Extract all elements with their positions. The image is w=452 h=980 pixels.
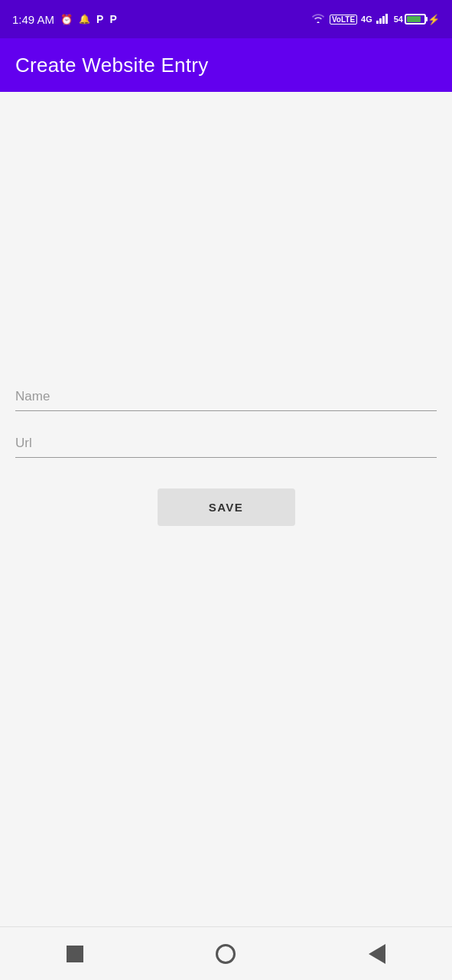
alarm-icon: ⏰ (60, 14, 73, 25)
page-title: Create Website Entry (15, 54, 209, 77)
signal-icon (376, 13, 390, 26)
recents-icon (67, 946, 83, 962)
app-icon-1: P (96, 13, 103, 25)
status-bar: 1:49 AM ⏰ 🔔 P P VoLTE 4G 54 (0, 0, 452, 38)
main-content: SAVE (0, 92, 452, 926)
app-bar: Create Website Entry (0, 38, 452, 92)
status-bar-left: 1:49 AM ⏰ 🔔 P P (12, 13, 117, 26)
nav-bar (0, 926, 452, 980)
url-field-container (15, 430, 437, 458)
nav-back-button[interactable] (353, 936, 401, 972)
nav-recents-button[interactable] (51, 938, 99, 970)
save-button[interactable]: SAVE (158, 488, 295, 526)
svg-rect-2 (382, 16, 385, 24)
name-input[interactable] (15, 383, 437, 411)
charging-icon: ⚡ (428, 14, 440, 25)
back-icon (369, 944, 385, 964)
notification-icon: 🔔 (79, 14, 90, 24)
status-bar-right: VoLTE 4G 54 ⚡ (311, 13, 440, 26)
battery-indicator: 54 ⚡ (394, 14, 440, 25)
button-container: SAVE (15, 488, 437, 526)
wifi-icon (311, 13, 326, 26)
svg-rect-1 (379, 18, 382, 24)
svg-rect-3 (385, 14, 388, 24)
svg-rect-0 (376, 21, 379, 24)
name-field-container (15, 383, 437, 411)
battery-fill (407, 16, 421, 22)
app-icon-2: P (109, 13, 116, 25)
url-input[interactable] (15, 430, 437, 458)
form-container: SAVE (15, 383, 437, 526)
lte-icon: VoLTE (330, 15, 357, 24)
4g-icon: 4G (361, 15, 372, 24)
time-display: 1:49 AM (12, 13, 54, 26)
home-icon (216, 944, 236, 964)
nav-home-button[interactable] (200, 936, 251, 972)
